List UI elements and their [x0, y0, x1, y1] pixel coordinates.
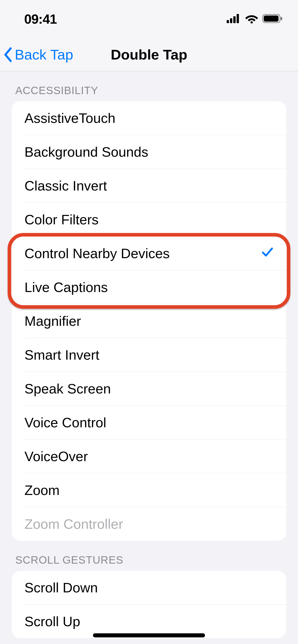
svg-point-4 — [251, 21, 253, 24]
row-label: Magnifier — [24, 313, 81, 329]
status-bar: 09:41 — [0, 0, 298, 38]
row-label: Classic Invert — [24, 178, 107, 194]
row-label: Zoom Controller — [24, 516, 123, 532]
row-zoom-controller: Zoom Controller — [12, 507, 286, 541]
svg-rect-2 — [233, 16, 236, 23]
wifi-icon — [245, 14, 258, 24]
nav-bar: Back Tap Double Tap — [0, 38, 298, 71]
row-control-nearby-devices[interactable]: Control Nearby Devices — [12, 237, 286, 270]
svg-rect-1 — [230, 18, 232, 23]
row-label: Scroll Up — [24, 613, 80, 629]
battery-icon — [262, 14, 283, 24]
row-label: Speak Screen — [24, 381, 111, 397]
row-scroll-down[interactable]: Scroll Down — [12, 571, 286, 604]
row-label: Scroll Down — [24, 580, 98, 595]
page-title: Double Tap — [111, 46, 187, 63]
row-background-sounds[interactable]: Background Sounds — [12, 135, 286, 169]
row-label: AssistiveTouch — [24, 110, 115, 126]
status-icons — [227, 14, 283, 24]
section-header-accessibility: ACCESSIBILITY — [0, 71, 298, 101]
row-magnifier[interactable]: Magnifier — [12, 304, 286, 338]
row-voiceover[interactable]: VoiceOver — [12, 440, 286, 473]
chevron-left-icon — [3, 47, 13, 63]
row-label: Zoom — [24, 482, 60, 498]
cellular-icon — [227, 14, 241, 24]
svg-rect-7 — [281, 17, 282, 20]
row-label: VoiceOver — [24, 448, 88, 464]
row-label: Background Sounds — [24, 144, 148, 160]
svg-rect-0 — [227, 20, 229, 23]
svg-rect-3 — [237, 14, 239, 23]
row-zoom[interactable]: Zoom — [12, 473, 286, 507]
row-label: Live Captions — [24, 279, 108, 295]
home-indicator — [93, 633, 205, 637]
row-color-filters[interactable]: Color Filters — [12, 203, 286, 236]
group-accessibility: AssistiveTouch Background Sounds Classic… — [12, 101, 286, 541]
row-label: Smart Invert — [24, 347, 99, 363]
row-label: Control Nearby Devices — [24, 245, 170, 261]
row-live-captions[interactable]: Live Captions — [12, 270, 286, 304]
back-button[interactable]: Back Tap — [3, 46, 73, 63]
row-classic-invert[interactable]: Classic Invert — [12, 169, 286, 202]
row-label: Voice Control — [24, 415, 106, 430]
status-time: 09:41 — [24, 11, 57, 27]
row-speak-screen[interactable]: Speak Screen — [12, 372, 286, 405]
row-assistivetouch[interactable]: AssistiveTouch — [12, 101, 286, 135]
section-header-scroll-gestures: SCROLL GESTURES — [0, 541, 298, 571]
row-label: Color Filters — [24, 212, 99, 227]
row-smart-invert[interactable]: Smart Invert — [12, 338, 286, 372]
checkmark-icon — [261, 245, 274, 261]
svg-rect-6 — [264, 16, 279, 22]
row-voice-control[interactable]: Voice Control — [12, 406, 286, 439]
back-label: Back Tap — [15, 46, 73, 63]
group-scroll-gestures: Scroll Down Scroll Up — [12, 571, 286, 638]
